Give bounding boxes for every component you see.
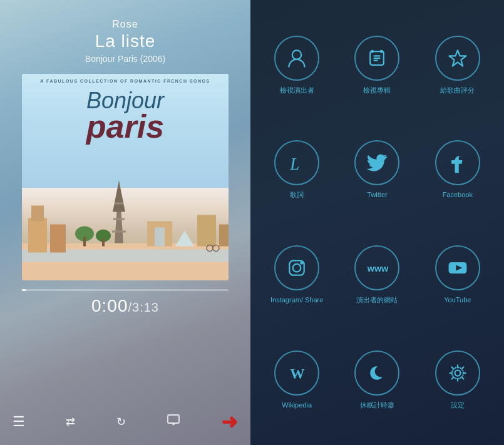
grid-label-youtube: YouTube (444, 295, 471, 304)
facebook-icon (435, 140, 480, 185)
progress-bar-container[interactable] (22, 289, 229, 291)
svg-point-35 (301, 262, 302, 264)
grid-label-twitter: Twitter (367, 190, 387, 199)
moon-icon (354, 350, 399, 396)
grid-label-instagram: Instagram/ Share (270, 295, 323, 304)
svg-rect-16 (83, 237, 86, 246)
grid-item-view-album[interactable]: 檢視專輯 (349, 31, 404, 100)
grid-item-youtube[interactable]: YouTube (430, 240, 485, 309)
grid-label-view-artist: 檢視演出者 (280, 86, 314, 95)
svg-rect-8 (113, 218, 125, 220)
song-info: Rose La liste Bonjour Paris (2006) (85, 19, 165, 64)
youtube-icon (435, 245, 480, 290)
grid-item-view-artist[interactable]: 檢視演出者 (269, 31, 324, 100)
album-art: A FABULOUS COLLECTION OF ROMANTIC FRENCH… (22, 74, 229, 280)
svg-marker-6 (113, 180, 125, 212)
time-total: /3:13 (128, 300, 159, 314)
instagram-icon (274, 245, 319, 290)
grid-label-settings: 設定 (451, 401, 465, 409)
bottom-controls: ☰ ⇄ ↻ ➜ (0, 410, 250, 434)
song-title: La liste (85, 31, 165, 51)
svg-point-34 (293, 264, 301, 272)
svg-rect-9 (112, 230, 126, 232)
shuffle-button[interactable]: ⇄ (66, 415, 75, 429)
svg-point-29 (372, 51, 374, 53)
grid-label-wikipedia: Wikipedia (282, 401, 312, 409)
menu-button[interactable]: ☰ (13, 414, 25, 430)
grid-item-website[interactable]: www 演出者的網站 (349, 240, 404, 309)
grid-item-settings[interactable]: 設定 (430, 345, 485, 414)
svg-rect-2 (28, 218, 47, 252)
grid-label-facebook: Facebook (443, 190, 473, 199)
svg-rect-14 (219, 224, 229, 246)
wikipedia-icon: W (274, 350, 319, 396)
grid-label-lyrics: 歌詞 (290, 190, 304, 199)
grid-item-wikipedia[interactable]: W Wikipedia (269, 345, 324, 414)
next-arrow[interactable]: ➜ (221, 410, 238, 434)
svg-rect-4 (31, 205, 44, 221)
time-current: 0:00 (91, 296, 128, 315)
svg-rect-18 (102, 238, 105, 246)
svg-point-24 (292, 50, 301, 59)
grid-label-sleep-timer: 休眠計時器 (360, 401, 394, 409)
lyrics-l-icon: L (274, 140, 319, 185)
svg-rect-13 (197, 215, 216, 246)
star-icon (435, 36, 480, 81)
grid-item-sleep-timer[interactable]: 休眠計時器 (349, 345, 404, 414)
person-icon (274, 36, 319, 81)
svg-point-30 (381, 51, 383, 53)
twitter-icon (354, 140, 399, 185)
svg-text:L: L (289, 155, 299, 173)
album-paris: paris (22, 112, 229, 141)
svg-marker-31 (449, 50, 466, 66)
svg-rect-7 (115, 202, 123, 204)
airplay-button[interactable] (167, 414, 180, 431)
song-album: Bonjour Paris (2006) (85, 54, 165, 64)
time-display: 0:00/3:13 (91, 296, 159, 316)
svg-text:www: www (367, 264, 388, 274)
svg-rect-3 (50, 224, 66, 252)
grid-item-lyrics[interactable]: L 歌詞 (269, 135, 324, 204)
right-panel: 檢視演出者 檢視專輯 給歌曲評分 L 歌詞 Twitter Facebook I… (250, 0, 504, 445)
song-artist: Rose (85, 19, 165, 30)
grid-item-facebook[interactable]: Facebook (430, 135, 485, 204)
album-subtitle: A FABULOUS COLLECTION OF ROMANTIC FRENCH… (22, 79, 229, 83)
grid-item-rate-song[interactable]: 給歌曲評分 (430, 31, 485, 100)
repeat-button[interactable]: ↻ (116, 415, 126, 429)
svg-marker-12 (175, 230, 194, 246)
grid-item-instagram[interactable]: Instagram/ Share (265, 240, 328, 309)
grid-label-website: 演出者的網站 (356, 295, 398, 304)
svg-marker-23 (171, 422, 176, 426)
www-icon: www (354, 245, 399, 290)
svg-rect-22 (168, 415, 179, 423)
left-panel: Rose La liste Bonjour Paris (2006) A FAB… (0, 0, 250, 445)
progress-bar-fill (22, 289, 26, 291)
music-note-icon (354, 36, 399, 81)
svg-rect-11 (155, 227, 165, 246)
grid-label-rate-song: 給歌曲評分 (440, 86, 475, 95)
grid-label-view-album: 檢視專輯 (363, 86, 391, 95)
svg-point-40 (455, 370, 460, 376)
gear-icon (435, 350, 480, 396)
grid-item-twitter[interactable]: Twitter (349, 135, 404, 204)
svg-text:W: W (290, 366, 305, 382)
